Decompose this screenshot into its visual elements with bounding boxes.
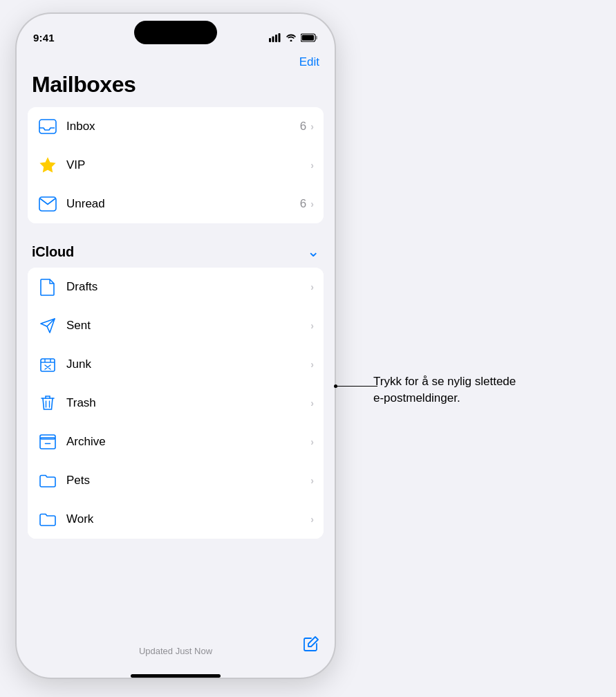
junk-icon: [37, 354, 58, 375]
vip-chevron: ›: [310, 160, 314, 171]
inbox-count: 6: [300, 120, 306, 133]
svg-rect-3: [279, 33, 281, 42]
bottom-bar: Updated Just Now: [17, 639, 335, 670]
inbox-icon: [37, 116, 58, 137]
signal-icon: [269, 33, 281, 42]
smart-mailboxes-card: Inbox 6 › VIP ›: [28, 107, 324, 223]
work-folder-icon: [37, 509, 58, 530]
unread-row[interactable]: Unread 6 ›: [28, 185, 324, 223]
phone-frame: 9:41 Edit: [17, 14, 335, 678]
unread-label: Unread: [66, 197, 300, 211]
edit-button[interactable]: Edit: [299, 55, 319, 69]
pets-label: Pets: [66, 474, 310, 487]
icloud-folders-card: Drafts › Sent ›: [28, 268, 324, 539]
junk-chevron: ›: [310, 359, 314, 370]
sent-row[interactable]: Sent ›: [28, 306, 324, 345]
vip-row[interactable]: VIP ›: [28, 146, 324, 185]
home-indicator: [131, 674, 221, 678]
wifi-icon: [286, 33, 297, 41]
status-time: 9:41: [33, 32, 55, 44]
battery-icon: [301, 33, 318, 42]
status-bar: 9:41: [17, 14, 335, 51]
annotation-dot: [334, 384, 337, 388]
annotation-line: [336, 386, 377, 387]
drafts-label: Drafts: [66, 280, 310, 294]
sent-chevron: ›: [310, 320, 314, 331]
status-icons: [269, 33, 318, 42]
icloud-section-header: iCloud ⌄: [17, 236, 335, 268]
svg-rect-15: [40, 435, 55, 439]
dynamic-island: [134, 21, 217, 44]
pets-folder-icon: [37, 470, 58, 491]
pets-chevron: ›: [310, 475, 314, 486]
junk-label: Junk: [66, 357, 310, 371]
sent-label: Sent: [66, 319, 310, 333]
work-chevron: ›: [310, 514, 314, 525]
compose-button[interactable]: [303, 635, 319, 656]
work-label: Work: [66, 512, 310, 526]
annotation-text: Trykk for å se nylig slettedee-postmeldi…: [373, 373, 516, 407]
trash-row[interactable]: Trash ›: [28, 384, 324, 422]
junk-row[interactable]: Junk ›: [28, 345, 324, 384]
vip-icon: [37, 155, 58, 176]
archive-label: Archive: [66, 435, 310, 449]
svg-rect-5: [302, 35, 315, 40]
svg-rect-9: [41, 359, 55, 371]
pets-row[interactable]: Pets ›: [28, 461, 324, 500]
inbox-chevron: ›: [310, 121, 314, 132]
drafts-chevron: ›: [310, 281, 314, 292]
archive-row[interactable]: Archive ›: [28, 422, 324, 461]
trash-chevron: ›: [310, 398, 314, 409]
trash-icon: [37, 393, 58, 413]
icloud-title: iCloud: [32, 244, 74, 260]
top-bar: Edit: [17, 51, 335, 69]
content-area: Edit Mailboxes Inbox 6 ›: [17, 51, 335, 678]
svg-rect-6: [316, 36, 318, 39]
page-title: Mailboxes: [17, 69, 335, 107]
svg-rect-1: [272, 36, 274, 42]
drafts-icon: [37, 277, 58, 297]
unread-icon: [37, 194, 58, 214]
icloud-toggle[interactable]: ⌄: [307, 243, 319, 261]
inbox-row[interactable]: Inbox 6 ›: [28, 107, 324, 146]
inbox-label: Inbox: [66, 120, 300, 133]
svg-rect-2: [275, 35, 277, 42]
work-row[interactable]: Work ›: [28, 500, 324, 539]
archive-icon: [37, 431, 58, 452]
archive-chevron: ›: [310, 436, 314, 447]
updated-text: Updated Just Now: [139, 646, 212, 656]
unread-chevron: ›: [310, 198, 314, 210]
trash-label: Trash: [66, 396, 310, 410]
drafts-row[interactable]: Drafts ›: [28, 268, 324, 306]
svg-rect-0: [269, 38, 271, 42]
vip-label: VIP: [66, 158, 306, 172]
svg-rect-7: [39, 120, 56, 133]
unread-count: 6: [300, 197, 306, 211]
sent-icon: [37, 315, 58, 336]
